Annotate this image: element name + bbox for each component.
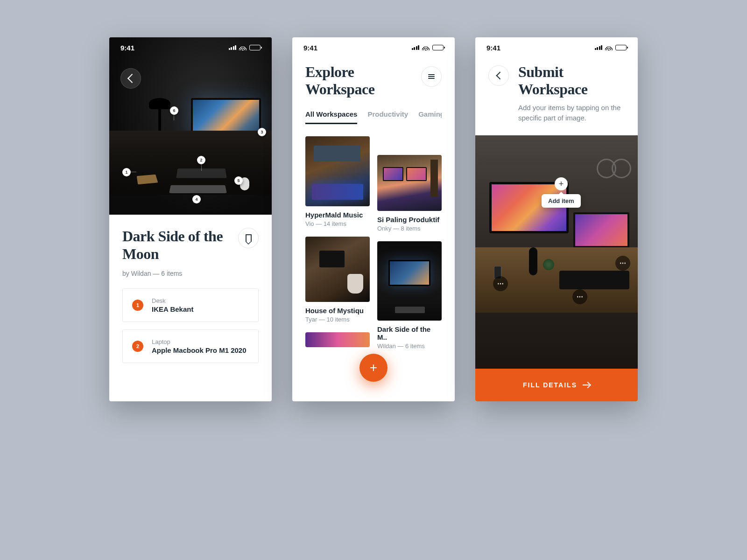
- item-name: IKEA Bekant: [152, 305, 193, 313]
- tab-productivity[interactable]: Productivity: [367, 110, 408, 124]
- signal-icon: [595, 45, 603, 50]
- workspace-thumbnail: [377, 241, 442, 321]
- battery-icon: [432, 45, 444, 50]
- item-pin[interactable]: ⋯: [572, 289, 587, 304]
- status-time: 9:41: [120, 44, 134, 52]
- item-category: Desk: [152, 297, 193, 304]
- screen-explore: 9:41 Explore Workspace All Workspaces Pr…: [292, 37, 455, 401]
- card-title: Dark Side of the M..: [377, 325, 442, 341]
- dots-icon: ⋯: [577, 293, 584, 301]
- screen-submit: 9:41 Submit Workspace Add your items by …: [475, 37, 638, 401]
- tab-all-workspaces[interactable]: All Workspaces: [305, 110, 357, 124]
- signal-icon: [412, 45, 420, 50]
- bookmark-icon: [246, 234, 252, 242]
- item-pin[interactable]: ⋯: [493, 276, 508, 291]
- workspace-card[interactable]: Si Paling Produktif Onky — 8 items: [377, 155, 442, 232]
- workspace-card[interactable]: Dark Side of the M.. Wildan — 6 items: [377, 241, 442, 350]
- screen-detail: 9:41 1 2 3: [109, 37, 272, 401]
- hotspot-5[interactable]: 5: [234, 176, 243, 185]
- workspace-thumbnail: [305, 136, 370, 206]
- menu-button[interactable]: [421, 66, 442, 87]
- page-title: Explore Workspace: [305, 63, 374, 98]
- arrow-left-icon: [127, 74, 137, 83]
- card-title: HyperMald Music: [305, 211, 370, 219]
- wifi-icon: [422, 45, 430, 50]
- workspace-byline: by Wildan — 6 items: [122, 270, 259, 277]
- item-card[interactable]: 1 Desk IKEA Bekant: [122, 288, 259, 322]
- item-number-badge: 2: [132, 341, 143, 352]
- signal-icon: [229, 45, 237, 50]
- card-subtitle: Vio — 14 items: [305, 220, 370, 227]
- arrow-right-icon: [583, 383, 590, 387]
- submit-workspace-image[interactable]: + Add item ⋯ ⋯ ⋯: [475, 135, 638, 369]
- status-bar: 9:41: [109, 37, 272, 58]
- hotspot-4[interactable]: 4: [192, 195, 201, 203]
- card-subtitle: Tyar — 10 items: [305, 316, 370, 323]
- status-time: 9:41: [486, 44, 500, 52]
- item-number-badge: 1: [132, 300, 143, 311]
- item-name: Apple Macbook Pro M1 2020: [152, 346, 247, 354]
- workspace-card[interactable]: HyperMald Music Vio — 14 items: [305, 136, 370, 227]
- category-tabs: All Workspaces Productivity Gaming Ca: [305, 110, 442, 124]
- back-button[interactable]: [488, 65, 509, 86]
- tab-gaming[interactable]: Gaming: [418, 110, 442, 124]
- bookmark-button[interactable]: [238, 228, 259, 248]
- dots-icon: ⋯: [497, 280, 504, 287]
- app-showcase: 9:41 1 2 3: [109, 37, 638, 401]
- add-item-tooltip: Add item: [542, 194, 581, 208]
- status-indicators: [595, 45, 627, 50]
- decor-bicycle: [593, 140, 635, 182]
- page-title: Submit Workspace: [518, 63, 625, 98]
- status-indicators: [229, 45, 261, 50]
- dots-icon: ⋯: [620, 259, 627, 267]
- hotspot-1[interactable]: 1: [122, 168, 131, 176]
- workspace-thumbnail: [305, 237, 370, 302]
- card-title: Si Paling Produktif: [377, 216, 442, 224]
- fill-details-button[interactable]: FILL DETAILS: [475, 369, 638, 401]
- hotspot-2[interactable]: 2: [197, 156, 205, 164]
- workspace-title: Dark Side of the Moon: [122, 228, 230, 263]
- workspace-thumbnail: [377, 155, 442, 211]
- add-item-pin[interactable]: +: [555, 177, 568, 190]
- status-bar: 9:41: [292, 37, 455, 58]
- wifi-icon: [605, 45, 613, 50]
- workspace-thumbnail-partial[interactable]: [305, 332, 370, 347]
- back-button[interactable]: [120, 68, 141, 89]
- hamburger-icon: [428, 74, 435, 79]
- status-time: 9:41: [303, 44, 317, 52]
- card-title: House of Mystiqu: [305, 307, 370, 315]
- plus-icon: +: [370, 361, 377, 374]
- arrow-left-icon: [496, 72, 504, 80]
- item-category: Laptop: [152, 338, 247, 345]
- battery-icon: [249, 45, 261, 50]
- cta-label: FILL DETAILS: [523, 381, 577, 389]
- page-subtitle: Add your items by tapping on the specifi…: [518, 103, 625, 124]
- card-subtitle: Wildan — 6 items: [377, 343, 442, 350]
- workspace-card[interactable]: House of Mystiqu Tyar — 10 items: [305, 237, 370, 323]
- add-workspace-fab[interactable]: +: [359, 354, 388, 382]
- item-card[interactable]: 2 Laptop Apple Macbook Pro M1 2020: [122, 329, 259, 363]
- wifi-icon: [239, 45, 247, 50]
- item-pin[interactable]: ⋯: [615, 256, 630, 271]
- status-indicators: [412, 45, 444, 50]
- battery-icon: [615, 45, 627, 50]
- status-bar: 9:41: [475, 37, 638, 58]
- hotspot-6[interactable]: 6: [170, 106, 178, 115]
- card-subtitle: Onky — 8 items: [377, 225, 442, 232]
- workspace-hero-image: 1 2 3 4 5 6: [109, 37, 272, 215]
- hotspot-3[interactable]: 3: [258, 128, 266, 136]
